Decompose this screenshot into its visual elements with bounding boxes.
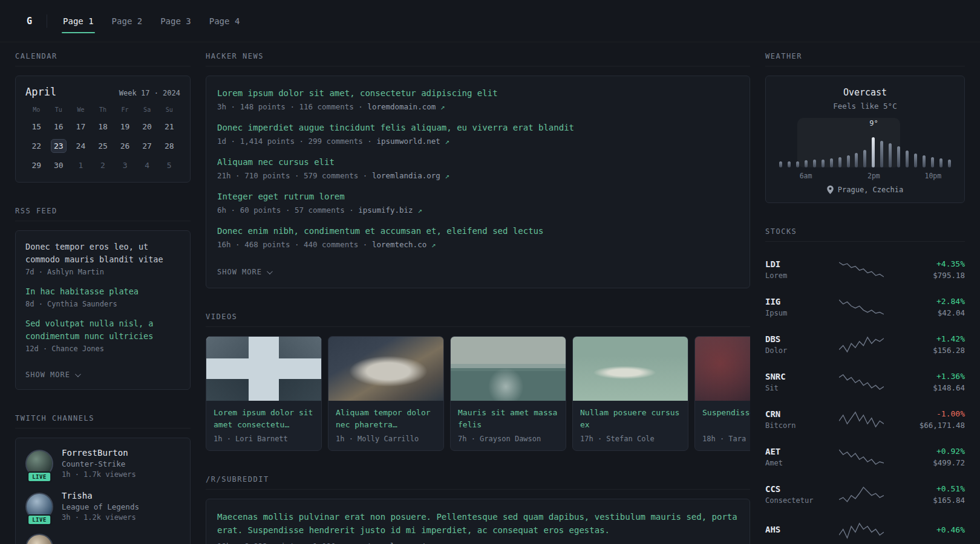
weather-bar — [796, 161, 799, 167]
stock-values: +1.36% $148.64 — [897, 372, 965, 392]
hn-story: Integer eget rutrum lorem 6h · 60 points… — [217, 190, 739, 215]
stock-symbol: LDI — [765, 259, 826, 269]
calendar-day: 17 — [70, 120, 92, 134]
navbar-divider — [47, 15, 47, 28]
hn-story: Donec imperdiet augue tincidunt felis al… — [217, 121, 739, 146]
stock-row[interactable]: CCS Consectetur +0.51% $165.84 — [765, 476, 965, 513]
avatar-wrap: LIVE — [25, 493, 53, 520]
tab-page-1[interactable]: Page 1 — [62, 13, 95, 30]
stock-change: +1.42% — [897, 334, 965, 343]
weather-time-label: 2pm — [867, 172, 880, 180]
hn-meta-text: 16h · 468 points · 440 comments · — [217, 240, 372, 249]
hn-show-more-button[interactable]: SHOW MORE — [217, 268, 271, 276]
stock-price: $66,171.48 — [897, 421, 965, 430]
stock-row[interactable]: IIG Ipsum +2.84% $42.04 — [765, 288, 965, 326]
hackernews-card: Lorem ipsum dolor sit amet, consectetur … — [206, 76, 750, 288]
weather-bar — [788, 161, 791, 167]
channel-game: Counter-Strike — [62, 459, 136, 468]
stock-row[interactable]: DBS Dolor +1.42% $156.28 — [765, 326, 965, 363]
stock-price: $795.18 — [897, 271, 965, 280]
stock-row[interactable]: LDI Lorem +4.35% $795.18 — [765, 251, 965, 288]
video-body: Lorem ipsum dolor sit amet consectetu… 1… — [206, 401, 321, 450]
weather-bar — [939, 158, 942, 167]
rss-item-title[interactable]: Donec tempor eros leo, ut commodo mauris… — [25, 241, 180, 266]
twitch-channel[interactable]: LIVE ForrestBurton Counter-Strike 1h · 1… — [25, 448, 180, 479]
stock-price: $156.28 — [897, 346, 965, 355]
hn-domain-link[interactable]: ipsumify.biz ↗ — [358, 206, 422, 215]
stock-row[interactable]: CRN Bitcorn -1.00% $66,171.48 — [765, 401, 965, 438]
rss-item: Sed volutpat nulla nisl, a condimentum n… — [25, 317, 180, 353]
weather-bar — [779, 161, 782, 167]
live-badge: LIVE — [27, 471, 51, 482]
tab-page-4[interactable]: Page 4 — [208, 13, 241, 30]
calendar-widget: CALENDAR April Week 17 · 2024 Mo Tu We T… — [15, 52, 191, 183]
weather-bar — [872, 137, 875, 167]
calendar-day: 24 — [70, 139, 92, 153]
stock-row[interactable]: AHS +0.46% — [765, 513, 965, 544]
stock-symbol: SNRC — [765, 372, 826, 381]
hn-story-title[interactable]: Donec enim nibh, condimentum et accumsan… — [217, 225, 739, 238]
hn-story-title[interactable]: Lorem ipsum dolor sit amet, consectetur … — [217, 87, 739, 100]
stock-row[interactable]: AET Amet +0.92% $499.72 — [765, 438, 965, 476]
tab-page-2[interactable]: Page 2 — [111, 13, 144, 30]
stock-values: +1.42% $156.28 — [897, 334, 965, 355]
rss-item-title[interactable]: In hac habitasse platea — [25, 285, 180, 298]
hn-domain-link[interactable]: ipsumworld.net ↗ — [376, 137, 449, 146]
hn-domain-link[interactable]: loremdomain.com ↗ — [367, 102, 445, 111]
hn-domain-link[interactable]: loremlandia.org ↗ — [372, 171, 449, 180]
weather-bar — [889, 143, 892, 167]
hn-story-meta: 16h · 468 points · 440 comments · loremt… — [217, 240, 739, 249]
channel-meta: 3h · 1.2k viewers — [62, 513, 139, 522]
video-card[interactable]: Aliquam tempor dolor nec pharetra… 1h · … — [328, 336, 444, 451]
rss-show-more-button[interactable]: SHOW MORE — [25, 371, 79, 379]
video-title[interactable]: Lorem ipsum dolor sit amet consectetu… — [214, 407, 314, 431]
stock-name: Consectetur — [765, 496, 826, 505]
calendar-day-next-month: 3 — [114, 158, 136, 172]
twitch-channel[interactable]: KendallCarr — [25, 534, 180, 544]
hn-story-title[interactable]: Donec imperdiet augue tincidunt felis al… — [217, 121, 739, 134]
video-body: Nullam posuere cursus ex 17h · Stefan Co… — [573, 401, 688, 450]
stock-symbol: CRN — [765, 409, 826, 419]
video-thumbnail — [206, 337, 321, 401]
stock-price: $165.84 — [897, 496, 965, 505]
stock-price: $42.04 — [897, 308, 965, 317]
video-title[interactable]: Aliquam tempor dolor nec pharetra… — [336, 407, 436, 431]
rss-item: Donec tempor eros leo, ut commodo mauris… — [25, 241, 180, 276]
calendar-dayname: Su — [158, 106, 180, 114]
weather-time-label: 10pm — [924, 172, 941, 180]
videos-carousel[interactable]: Lorem ipsum dolor sit amet consectetu… 1… — [206, 336, 750, 451]
stock-spark-wrap — [826, 448, 897, 466]
channel-meta: 1h · 1.7k viewers — [62, 470, 136, 479]
video-meta: 1h · Lori Barnett — [214, 435, 314, 443]
stock-row[interactable]: SNRC Sit +1.36% $148.64 — [765, 363, 965, 401]
calendar-day: 28 — [158, 139, 180, 153]
weather-bar — [847, 155, 850, 167]
external-link-icon: ↗ — [449, 542, 454, 544]
channel-name[interactable]: ForrestBurton — [62, 448, 136, 458]
twitch-channel[interactable]: LIVE Trisha League of Legends 3h · 1.2k … — [25, 491, 180, 522]
app-logo[interactable]: G — [27, 16, 32, 27]
channel-name[interactable]: Trisha — [62, 491, 139, 500]
external-link-icon: ↗ — [431, 240, 436, 249]
video-card[interactable]: Nullam posuere cursus ex 17h · Stefan Co… — [572, 336, 688, 451]
tab-page-3[interactable]: Page 3 — [159, 13, 192, 30]
rss-widget-title: RSS FEED — [15, 207, 191, 221]
stock-symbol: IIG — [765, 297, 826, 306]
calendar-day: 20 — [136, 120, 158, 134]
video-card[interactable]: Mauris sit amet massa felis 7h · Grayson… — [450, 336, 566, 451]
video-card[interactable]: Lorem ipsum dolor sit amet consectetu… 1… — [206, 336, 322, 451]
video-title[interactable]: Nullam posuere cursus ex — [580, 407, 681, 431]
stocks-widget-title: STOCKS — [765, 227, 965, 242]
video-title[interactable]: Mauris sit amet massa felis — [458, 407, 558, 431]
video-card[interactable]: Suspendisse diam 18h · Tara — [694, 336, 750, 451]
reddit-domain-link[interactable]: loremnet.xyz ↗ — [390, 542, 454, 544]
reddit-post-title[interactable]: Maecenas mollis pulvinar erat non posuer… — [217, 510, 739, 537]
hn-domain-link[interactable]: loremtech.co ↗ — [372, 240, 436, 249]
hn-story: Lorem ipsum dolor sit amet, consectetur … — [217, 87, 739, 111]
rss-item-title[interactable]: Sed volutpat nulla nisl, a condimentum n… — [25, 317, 180, 343]
hn-story-title[interactable]: Integer eget rutrum lorem — [217, 190, 739, 203]
hn-story-title[interactable]: Aliquam nec cursus elit — [217, 156, 739, 169]
avatar-wrap: LIVE — [25, 450, 53, 478]
video-title[interactable]: Suspendisse diam — [702, 407, 750, 431]
stock-values: -1.00% $66,171.48 — [897, 409, 965, 430]
